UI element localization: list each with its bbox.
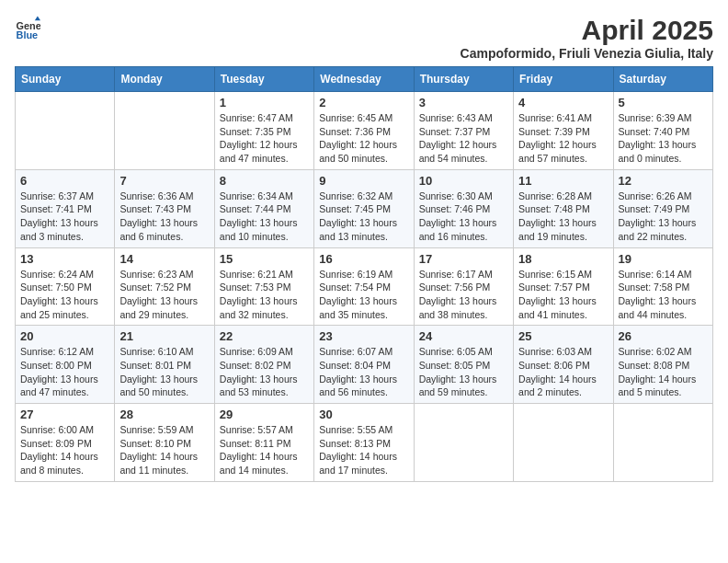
cell-date: 17 — [419, 252, 508, 266]
cell-info: Sunrise: 6:23 AMSunset: 7:52 PMDaylight:… — [119, 268, 209, 322]
cell-info: Sunrise: 6:37 AMSunset: 7:41 PMDaylight:… — [20, 190, 109, 244]
page-header: General Blue April 2025 Campoformido, Fr… — [15, 15, 713, 61]
page-subtitle: Campoformido, Friuli Venezia Giulia, Ita… — [461, 46, 713, 61]
page-title: April 2025 — [461, 15, 713, 46]
cell-date: 8 — [220, 174, 309, 188]
cell-info: Sunrise: 6:36 AMSunset: 7:43 PMDaylight:… — [119, 190, 209, 244]
cell-info: Sunrise: 6:24 AMSunset: 7:50 PMDaylight:… — [20, 268, 109, 322]
cell-info: Sunrise: 6:14 AMSunset: 7:58 PMDaylight:… — [619, 268, 708, 322]
calendar-cell: 3Sunrise: 6:43 AMSunset: 7:37 PMDaylight… — [414, 92, 513, 170]
calendar-cell — [613, 404, 712, 482]
cell-info: Sunrise: 6:39 AMSunset: 7:40 PMDaylight:… — [619, 111, 708, 166]
cell-date: 13 — [20, 252, 109, 266]
calendar-cell — [514, 404, 613, 482]
cell-date: 6 — [20, 174, 109, 188]
day-header-thursday: Thursday — [414, 67, 513, 92]
cell-date: 3 — [419, 96, 508, 109]
week-row-4: 20Sunrise: 6:12 AMSunset: 8:00 PMDayligh… — [16, 326, 713, 404]
calendar-cell: 19Sunrise: 6:14 AMSunset: 7:58 PMDayligh… — [613, 247, 712, 326]
cell-date: 23 — [319, 329, 408, 343]
calendar-cell: 24Sunrise: 6:05 AMSunset: 8:05 PMDayligh… — [414, 326, 513, 404]
day-header-friday: Friday — [514, 67, 613, 92]
calendar-cell: 26Sunrise: 6:02 AMSunset: 8:08 PMDayligh… — [613, 326, 712, 404]
week-row-1: 1Sunrise: 6:47 AMSunset: 7:35 PMDaylight… — [16, 92, 713, 170]
calendar-cell — [115, 92, 214, 170]
cell-date: 25 — [518, 329, 608, 343]
logo: General Blue — [15, 15, 40, 40]
day-header-wednesday: Wednesday — [314, 67, 414, 92]
cell-date: 14 — [119, 252, 209, 266]
cell-info: Sunrise: 6:28 AMSunset: 7:48 PMDaylight:… — [518, 190, 608, 244]
week-row-2: 6Sunrise: 6:37 AMSunset: 7:41 PMDaylight… — [16, 169, 713, 247]
cell-date: 15 — [220, 252, 309, 266]
cell-info: Sunrise: 6:19 AMSunset: 7:54 PMDaylight:… — [319, 268, 408, 322]
cell-date: 2 — [319, 96, 408, 109]
calendar-cell: 21Sunrise: 6:10 AMSunset: 8:01 PMDayligh… — [115, 326, 214, 404]
calendar-cell: 8Sunrise: 6:34 AMSunset: 7:44 PMDaylight… — [214, 169, 313, 247]
calendar-cell: 6Sunrise: 6:37 AMSunset: 7:41 PMDaylight… — [16, 169, 115, 247]
calendar-cell: 30Sunrise: 5:55 AMSunset: 8:13 PMDayligh… — [314, 404, 414, 482]
calendar-cell: 12Sunrise: 6:26 AMSunset: 7:49 PMDayligh… — [613, 169, 712, 247]
cell-info: Sunrise: 6:09 AMSunset: 8:02 PMDaylight:… — [220, 345, 309, 399]
calendar-cell: 22Sunrise: 6:09 AMSunset: 8:02 PMDayligh… — [214, 326, 313, 404]
calendar-cell — [16, 92, 115, 170]
cell-info: Sunrise: 6:03 AMSunset: 8:06 PMDaylight:… — [518, 345, 608, 399]
calendar-cell: 15Sunrise: 6:21 AMSunset: 7:53 PMDayligh… — [214, 247, 313, 326]
cell-info: Sunrise: 6:26 AMSunset: 7:49 PMDaylight:… — [619, 190, 708, 244]
calendar-cell: 20Sunrise: 6:12 AMSunset: 8:00 PMDayligh… — [16, 326, 115, 404]
cell-info: Sunrise: 6:00 AMSunset: 8:09 PMDaylight:… — [20, 423, 109, 477]
cell-info: Sunrise: 6:21 AMSunset: 7:53 PMDaylight:… — [220, 268, 309, 322]
svg-marker-2 — [35, 17, 40, 21]
calendar-cell: 16Sunrise: 6:19 AMSunset: 7:54 PMDayligh… — [314, 247, 414, 326]
cell-date: 30 — [319, 408, 408, 421]
cell-date: 24 — [419, 329, 508, 343]
cell-info: Sunrise: 6:07 AMSunset: 8:04 PMDaylight:… — [319, 345, 408, 399]
calendar-cell: 13Sunrise: 6:24 AMSunset: 7:50 PMDayligh… — [16, 247, 115, 326]
week-row-5: 27Sunrise: 6:00 AMSunset: 8:09 PMDayligh… — [16, 404, 713, 482]
cell-date: 29 — [220, 408, 309, 421]
day-header-monday: Monday — [115, 67, 214, 92]
calendar-cell: 18Sunrise: 6:15 AMSunset: 7:57 PMDayligh… — [514, 247, 613, 326]
calendar-cell — [414, 404, 513, 482]
cell-info: Sunrise: 6:05 AMSunset: 8:05 PMDaylight:… — [419, 345, 508, 399]
calendar-cell: 2Sunrise: 6:45 AMSunset: 7:36 PMDaylight… — [314, 92, 414, 170]
calendar-cell: 23Sunrise: 6:07 AMSunset: 8:04 PMDayligh… — [314, 326, 414, 404]
cell-info: Sunrise: 6:47 AMSunset: 7:35 PMDaylight:… — [220, 111, 309, 166]
cell-date: 10 — [419, 174, 508, 188]
cell-date: 21 — [119, 329, 209, 343]
calendar-cell: 29Sunrise: 5:57 AMSunset: 8:11 PMDayligh… — [214, 404, 313, 482]
calendar-cell: 25Sunrise: 6:03 AMSunset: 8:06 PMDayligh… — [514, 326, 613, 404]
calendar-cell: 17Sunrise: 6:17 AMSunset: 7:56 PMDayligh… — [414, 247, 513, 326]
cell-date: 18 — [518, 252, 608, 266]
cell-date: 12 — [619, 174, 708, 188]
cell-info: Sunrise: 6:32 AMSunset: 7:45 PMDaylight:… — [319, 190, 408, 244]
cell-date: 4 — [518, 96, 608, 109]
calendar-cell: 4Sunrise: 6:41 AMSunset: 7:39 PMDaylight… — [514, 92, 613, 170]
cell-info: Sunrise: 6:34 AMSunset: 7:44 PMDaylight:… — [220, 190, 309, 244]
calendar-cell: 27Sunrise: 6:00 AMSunset: 8:09 PMDayligh… — [16, 404, 115, 482]
cell-info: Sunrise: 6:30 AMSunset: 7:46 PMDaylight:… — [419, 190, 508, 244]
calendar-cell: 10Sunrise: 6:30 AMSunset: 7:46 PMDayligh… — [414, 169, 513, 247]
cell-info: Sunrise: 5:59 AMSunset: 8:10 PMDaylight:… — [119, 423, 209, 477]
cell-info: Sunrise: 6:10 AMSunset: 8:01 PMDaylight:… — [119, 345, 209, 399]
cell-info: Sunrise: 6:17 AMSunset: 7:56 PMDaylight:… — [419, 268, 508, 322]
cell-date: 16 — [319, 252, 408, 266]
cell-date: 7 — [119, 174, 209, 188]
cell-info: Sunrise: 6:12 AMSunset: 8:00 PMDaylight:… — [20, 345, 109, 399]
cell-info: Sunrise: 6:43 AMSunset: 7:37 PMDaylight:… — [419, 111, 508, 166]
cell-date: 26 — [619, 329, 708, 343]
header-row: SundayMondayTuesdayWednesdayThursdayFrid… — [16, 67, 713, 92]
cell-date: 22 — [220, 329, 309, 343]
cell-info: Sunrise: 5:57 AMSunset: 8:11 PMDaylight:… — [220, 423, 309, 477]
cell-date: 9 — [319, 174, 408, 188]
week-row-3: 13Sunrise: 6:24 AMSunset: 7:50 PMDayligh… — [16, 247, 713, 326]
calendar-cell: 5Sunrise: 6:39 AMSunset: 7:40 PMDaylight… — [613, 92, 712, 170]
calendar-cell: 9Sunrise: 6:32 AMSunset: 7:45 PMDaylight… — [314, 169, 414, 247]
cell-date: 28 — [119, 408, 209, 421]
calendar-cell: 11Sunrise: 6:28 AMSunset: 7:48 PMDayligh… — [514, 169, 613, 247]
calendar-cell: 7Sunrise: 6:36 AMSunset: 7:43 PMDaylight… — [115, 169, 214, 247]
cell-info: Sunrise: 6:41 AMSunset: 7:39 PMDaylight:… — [518, 111, 608, 166]
calendar-cell: 14Sunrise: 6:23 AMSunset: 7:52 PMDayligh… — [115, 247, 214, 326]
title-block: April 2025 Campoformido, Friuli Venezia … — [461, 15, 713, 61]
calendar-table: SundayMondayTuesdayWednesdayThursdayFrid… — [15, 66, 713, 482]
